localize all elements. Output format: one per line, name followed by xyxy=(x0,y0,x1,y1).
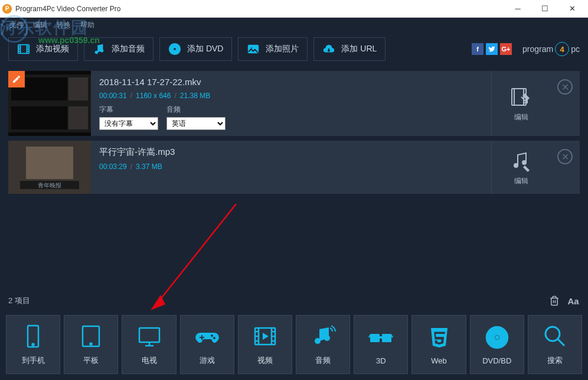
svg-point-10 xyxy=(95,51,99,54)
app-icon: P xyxy=(2,4,12,14)
remove-file-button[interactable]: ✕ xyxy=(550,141,580,194)
audio-edit-icon xyxy=(509,149,533,173)
window-titlebar: P Program4Pc Video Converter Pro ─ ☐ ✕ xyxy=(0,0,588,18)
file-meta: 00:03:29 / 3.37 MB xyxy=(99,163,483,171)
delete-all-button[interactable] xyxy=(548,294,561,307)
tab-3d[interactable]: 3D xyxy=(354,315,408,374)
svg-point-29 xyxy=(514,163,518,168)
add-video-button[interactable]: 添加视频 xyxy=(8,37,78,61)
file-size: 21.38 MB xyxy=(180,92,210,100)
svg-point-30 xyxy=(522,160,527,165)
tv-icon xyxy=(136,323,162,349)
tab-tablet-label: 平板 xyxy=(83,355,99,366)
menu-file[interactable]: 文件 xyxy=(9,20,24,30)
tab-phone-label: 到手机 xyxy=(22,355,45,366)
edit-label: 编辑 xyxy=(514,176,528,186)
tab-web[interactable]: Web xyxy=(411,315,466,374)
tab-audio-label: 音频 xyxy=(315,355,331,366)
svg-point-42 xyxy=(211,334,213,337)
brand-prefix: program xyxy=(522,44,553,54)
svg-point-43 xyxy=(213,337,215,339)
file-title: 2018-11-14 17-27-22.mkv xyxy=(99,77,483,87)
svg-rect-20 xyxy=(11,106,67,129)
file-info: 平行宇宙-许嵩.mp3 00:03:29 / 3.37 MB xyxy=(91,141,491,194)
tab-search-label: 搜索 xyxy=(547,355,563,366)
disc-icon xyxy=(168,43,181,56)
close-button[interactable]: ✕ xyxy=(558,0,586,18)
menu-help[interactable]: 帮助 xyxy=(80,20,94,30)
subtitle-label: 字幕 xyxy=(99,105,158,115)
add-audio-button[interactable]: 添加音频 xyxy=(84,37,153,61)
facebook-icon[interactable]: f xyxy=(472,43,484,55)
tab-video-label: 视频 xyxy=(257,355,273,366)
file-row[interactable]: 2018-11-14 17-27-22.mkv 00:00:31 / 1160 … xyxy=(8,71,580,136)
file-thumbnail[interactable] xyxy=(8,71,91,136)
svg-text:青年晚报: 青年晚报 xyxy=(38,182,61,189)
file-list: 2018-11-14 17-27-22.mkv 00:00:31 / 1160 … xyxy=(0,66,588,199)
search-icon xyxy=(542,323,568,349)
brand-number: 4 xyxy=(555,42,569,56)
file-meta: 00:00:31 / 1160 x 646 / 21.38 MB xyxy=(99,92,483,100)
menu-convert[interactable]: 转换 xyxy=(57,20,71,30)
file-duration: 00:03:29 xyxy=(99,163,127,171)
svg-rect-18 xyxy=(68,77,88,100)
edit-button[interactable]: 编辑 xyxy=(491,71,550,136)
edit-button[interactable]: 编辑 xyxy=(491,141,550,194)
tablet-icon xyxy=(78,323,104,349)
svg-point-11 xyxy=(100,49,104,53)
close-icon: ✕ xyxy=(557,79,573,95)
add-photo-button[interactable]: 添加照片 xyxy=(238,37,308,61)
audio-thumbnail-icon: 青年晚报 xyxy=(8,141,91,194)
tab-3d-label: 3D xyxy=(376,356,386,365)
close-icon: ✕ xyxy=(557,149,573,164)
svg-rect-57 xyxy=(380,336,382,339)
add-photo-label: 添加照片 xyxy=(266,44,299,54)
tab-tablet[interactable]: 平板 xyxy=(64,315,118,374)
item-count: 2 项目 xyxy=(8,295,542,306)
svg-point-34 xyxy=(32,344,34,346)
svg-rect-26 xyxy=(26,147,73,179)
tab-game[interactable]: 游戏 xyxy=(180,315,234,374)
menu-edit[interactable]: 编辑 xyxy=(33,20,47,30)
subtitle-select[interactable]: 没有字幕 xyxy=(99,117,158,130)
audio-select[interactable]: 英语 xyxy=(166,117,226,130)
tab-search[interactable]: 搜索 xyxy=(528,315,582,374)
file-thumbnail[interactable]: 青年晚报 xyxy=(8,141,91,194)
edit-badge-icon xyxy=(8,71,25,87)
tab-tv[interactable]: 电视 xyxy=(122,315,176,374)
svg-rect-41 xyxy=(200,337,204,338)
add-url-label: 添加 URL xyxy=(341,44,377,54)
audio-label: 音频 xyxy=(166,105,226,115)
svg-rect-55 xyxy=(370,334,380,342)
remove-file-button[interactable]: ✕ xyxy=(550,71,580,136)
tab-video[interactable]: 视频 xyxy=(238,315,292,374)
file-title: 平行宇宙-许嵩.mp3 xyxy=(99,147,483,158)
rename-button[interactable]: Aa xyxy=(567,294,580,307)
minimize-button[interactable]: ─ xyxy=(504,0,531,18)
window-title: Program4Pc Video Converter Pro xyxy=(15,5,504,13)
tab-dvd[interactable]: DVD/BD xyxy=(470,315,524,374)
svg-rect-37 xyxy=(139,328,159,342)
dvd-icon xyxy=(484,324,510,350)
cloud-download-icon xyxy=(322,43,335,56)
add-audio-label: 添加音频 xyxy=(112,44,145,54)
svg-line-62 xyxy=(558,339,564,346)
add-video-label: 添加视频 xyxy=(36,44,69,54)
tab-audio[interactable]: 音频 xyxy=(296,315,350,374)
add-dvd-label: 添加 DVD xyxy=(187,44,223,54)
file-row[interactable]: 青年晚报 平行宇宙-许嵩.mp3 00:03:29 / 3.37 MB 编辑 ✕ xyxy=(8,141,580,194)
googleplus-icon[interactable]: G+ xyxy=(500,43,512,55)
brand-logo: program 4 pc xyxy=(522,42,580,56)
add-url-button[interactable]: 添加 URL xyxy=(313,37,386,61)
tab-phone[interactable]: 到手机 xyxy=(6,315,60,374)
svg-line-31 xyxy=(158,204,236,302)
social-icons: f G+ xyxy=(472,43,512,55)
video-icon xyxy=(252,323,278,349)
brand-suffix: pc xyxy=(571,44,580,54)
twitter-icon[interactable] xyxy=(486,43,498,55)
tab-tv-label: 电视 xyxy=(142,355,157,366)
add-dvd-button[interactable]: 添加 DVD xyxy=(159,37,232,61)
svg-rect-21 xyxy=(68,106,88,129)
html5-icon xyxy=(426,324,452,350)
maximize-button[interactable]: ☐ xyxy=(531,0,558,18)
